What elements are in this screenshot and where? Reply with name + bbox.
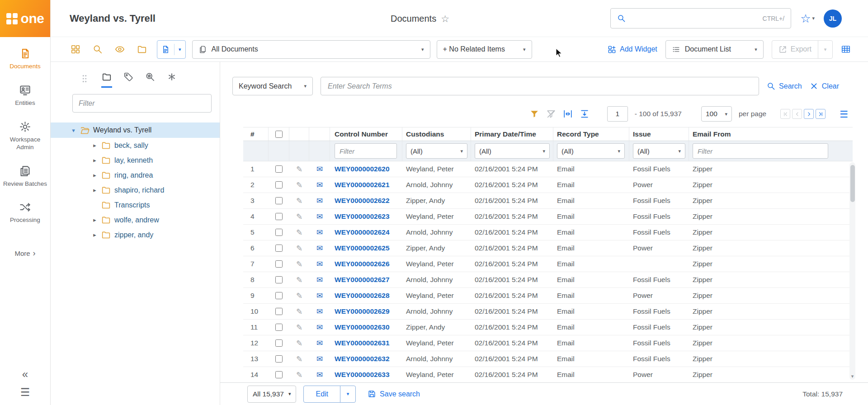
sidebar-item-documents[interactable]: Documents <box>0 41 50 77</box>
control-number-link[interactable]: WEY0000002630 <box>335 323 390 331</box>
column-header-primary-date[interactable]: Primary Date/Time <box>471 127 553 141</box>
global-search-input[interactable] <box>630 14 758 23</box>
table-row[interactable]: 10✎✉WEY0000002629Arnold, Johnny02/16/200… <box>243 304 853 320</box>
control-number-link[interactable]: WEY0000002627 <box>335 276 390 284</box>
control-number-link[interactable]: WEY0000002623 <box>335 212 390 221</box>
control-number-link[interactable]: WEY0000002626 <box>335 260 390 268</box>
view-eye-icon[interactable] <box>115 44 125 54</box>
search-terms-input[interactable] <box>321 77 759 95</box>
export-button[interactable]: Export <box>772 41 818 58</box>
folder-tool-icon[interactable] <box>137 44 147 54</box>
issue-filter-select[interactable]: (All)▾ <box>633 143 685 159</box>
table-row[interactable]: 6✎✉WEY0000002625Zipper, Andy02/16/2001 5… <box>243 240 853 256</box>
brand-logo[interactable]: one <box>0 0 50 37</box>
control-number-link[interactable]: WEY0000002633 <box>335 371 390 379</box>
table-row[interactable]: 4✎✉WEY0000002623Weyland, Peter02/16/2001… <box>243 209 853 225</box>
favorite-star-icon[interactable]: ☆ <box>441 14 449 23</box>
column-header-issue[interactable]: Issue <box>629 127 689 141</box>
save-search-button[interactable]: Save search <box>368 390 420 398</box>
tab-saved-searches[interactable] <box>145 69 156 88</box>
select-all-checkbox[interactable] <box>275 131 283 138</box>
tab-tags[interactable] <box>123 69 134 88</box>
global-search-box[interactable]: CTRL+/ <box>610 8 791 28</box>
table-row[interactable]: 1✎✉WEY0000002620Weyland, Peter02/16/2001… <box>243 161 853 177</box>
edit-pencil-icon[interactable]: ✎ <box>296 276 302 284</box>
folder-filter-input[interactable] <box>72 94 212 113</box>
row-select-checkbox[interactable] <box>275 197 283 204</box>
expand-caret-icon[interactable]: ▸ <box>92 217 98 223</box>
expand-caret-icon[interactable]: ▸ <box>92 187 98 193</box>
clear-button[interactable]: Clear <box>810 82 839 90</box>
user-avatar[interactable]: JL <box>824 9 842 28</box>
dashboard-icon[interactable] <box>71 44 80 54</box>
tree-item-wolfe-andrew[interactable]: ▸wolfe, andrew <box>51 212 220 227</box>
control-number-link[interactable]: WEY0000002625 <box>335 244 390 252</box>
drag-handle-icon[interactable] <box>80 74 90 84</box>
column-header-email-from[interactable]: Email From <box>689 127 853 141</box>
row-select-checkbox[interactable] <box>275 260 283 268</box>
document-view-split-button[interactable]: ▾ <box>157 40 186 59</box>
collapse-caret-icon[interactable]: ▾ <box>71 127 76 133</box>
edit-pencil-icon[interactable]: ✎ <box>296 355 302 363</box>
table-row[interactable]: 9✎✉WEY0000002628Weyland, Peter02/16/2001… <box>243 288 853 304</box>
fit-rows-icon[interactable] <box>580 109 590 119</box>
edit-options-button[interactable]: ▾ <box>340 386 355 402</box>
row-select-checkbox[interactable] <box>275 324 283 331</box>
table-row[interactable]: 5✎✉WEY0000002624Arnold, Johnny02/16/2001… <box>243 225 853 240</box>
control-number-link[interactable]: WEY0000002621 <box>335 181 390 189</box>
search-tool-icon[interactable] <box>93 44 103 54</box>
edit-pencil-icon[interactable]: ✎ <box>296 213 302 221</box>
sidebar-item-review-batches[interactable]: Review Batches <box>0 158 50 195</box>
edit-pencil-icon[interactable]: ✎ <box>296 292 302 300</box>
tab-highlights[interactable] <box>166 69 177 88</box>
last-page-button[interactable] <box>816 109 826 119</box>
table-row[interactable]: 13✎✉WEY0000002632Arnold, Johnny02/16/200… <box>243 351 853 367</box>
tree-item-ring-andrea[interactable]: ▸ring, andrea <box>51 168 220 183</box>
control-number-link[interactable]: WEY0000002629 <box>335 307 390 316</box>
row-select-checkbox[interactable] <box>275 229 283 236</box>
control-number-link[interactable]: WEY0000002620 <box>335 165 390 173</box>
column-header-custodians[interactable]: Custodians <box>402 127 471 141</box>
related-items-selector[interactable]: + No Related Items ▾ <box>437 40 532 59</box>
expand-caret-icon[interactable]: ▸ <box>92 232 98 238</box>
first-page-button[interactable] <box>780 109 790 119</box>
table-row[interactable]: 7✎✉WEY0000002626Weyland, Peter02/16/2001… <box>243 256 853 272</box>
view-selector[interactable]: All Documents ▾ <box>192 40 430 59</box>
selection-scope-selector[interactable]: All 15,937 ▾ <box>247 386 296 403</box>
edit-pencil-icon[interactable]: ✎ <box>296 308 302 316</box>
tree-item-shapiro-richard[interactable]: ▸shapiro, richard <box>51 183 220 198</box>
favorites-dropdown[interactable]: ☆ ▾ <box>800 13 815 24</box>
row-select-checkbox[interactable] <box>275 165 283 173</box>
prev-page-button[interactable] <box>792 109 802 119</box>
control-number-link[interactable]: WEY0000002622 <box>335 197 390 205</box>
sidebar-item-entities[interactable]: Entities <box>0 77 50 114</box>
tree-item-lay-kenneth[interactable]: ▸lay, kenneth <box>51 153 220 168</box>
edit-pencil-icon[interactable]: ✎ <box>296 339 302 347</box>
row-select-checkbox[interactable] <box>275 181 283 188</box>
table-row[interactable]: 8✎✉WEY0000002627Arnold, Johnny02/16/2001… <box>243 272 853 288</box>
tree-root-item[interactable]: ▾ Weyland vs. Tyrell <box>51 122 220 138</box>
tree-item-beck-sally[interactable]: ▸beck, sally <box>51 138 220 153</box>
row-select-checkbox[interactable] <box>275 371 283 378</box>
export-options-button[interactable]: ▾ <box>818 41 832 58</box>
table-row[interactable]: 12✎✉WEY0000002631Weyland, Peter02/16/200… <box>243 335 853 351</box>
edit-button[interactable]: Edit <box>304 386 340 402</box>
email-from-filter-input[interactable] <box>693 143 828 159</box>
grid-menu-icon[interactable]: ☰ <box>840 109 848 119</box>
tree-item-zipper-andy[interactable]: ▸zipper, andy <box>51 227 220 242</box>
page-number-input[interactable] <box>607 106 628 122</box>
edit-pencil-icon[interactable]: ✎ <box>296 181 302 189</box>
vertical-scrollbar[interactable]: ▾ <box>849 162 855 380</box>
tab-folders[interactable] <box>101 69 112 88</box>
filter-funnel-icon[interactable] <box>529 109 539 119</box>
clear-filters-icon[interactable] <box>546 109 556 119</box>
sidebar-item-processing[interactable]: Processing <box>0 194 50 231</box>
row-select-checkbox[interactable] <box>275 292 283 299</box>
row-select-checkbox[interactable] <box>275 308 283 315</box>
search-mode-selector[interactable]: Keyword Search ▾ <box>232 77 313 95</box>
row-select-checkbox[interactable] <box>275 213 283 220</box>
collapse-sidebar-button[interactable]: « <box>22 369 28 380</box>
control-number-link[interactable]: WEY0000002632 <box>335 355 390 363</box>
layout-selector[interactable]: Document List ▾ <box>665 40 764 59</box>
scroll-down-arrow[interactable]: ▾ <box>849 374 855 379</box>
